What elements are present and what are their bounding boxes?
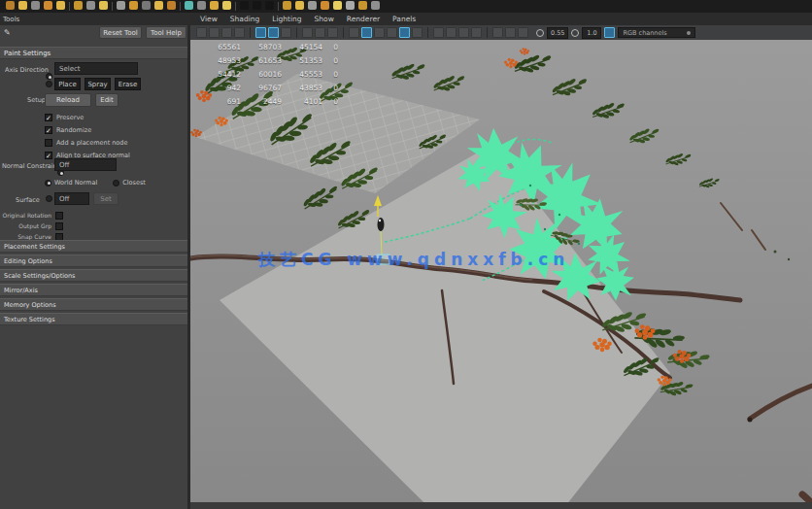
shelf-icon[interactable] (265, 1, 274, 10)
toolbar-icon[interactable] (349, 27, 359, 38)
viewport-canvas[interactable]: 技艺CG www.qdnxxfb.cn 65561587034515404895… (190, 40, 812, 509)
tool-help-button[interactable]: Tool Help (146, 26, 186, 39)
menu-shading[interactable]: Shading (230, 15, 259, 23)
shelf-icon[interactable] (253, 1, 261, 10)
radio-option[interactable]: Closest (113, 179, 146, 187)
shelf-icon[interactable] (6, 1, 15, 10)
reload-button[interactable]: Reload (45, 93, 91, 107)
shelf-icon[interactable] (197, 1, 206, 10)
shelf-icon[interactable] (56, 1, 65, 10)
checkbox[interactable] (55, 222, 63, 230)
mode-place-button[interactable]: Place (54, 78, 81, 90)
toolbar-icon[interactable] (471, 27, 482, 38)
surface-set-button[interactable]: Set (93, 192, 118, 205)
checkbox-row[interactable]: Original Rotation (3, 210, 63, 221)
toolbar-icon[interactable] (221, 27, 232, 38)
toolbar-icon[interactable] (399, 27, 410, 38)
shelf-icon[interactable] (74, 1, 83, 10)
shelf-icon[interactable] (142, 1, 151, 10)
toolbar-icon[interactable] (505, 27, 516, 38)
shelf-icon[interactable] (117, 1, 125, 10)
shelf-icon[interactable] (222, 1, 231, 10)
shelf-icon[interactable] (283, 1, 291, 10)
toolbar-icon[interactable] (327, 27, 338, 38)
section-memory-options[interactable]: Memory Options (0, 298, 187, 311)
toolbar-icon[interactable] (518, 27, 528, 38)
toolbar-icon[interactable] (315, 27, 325, 38)
menu-lighting[interactable]: Lighting (272, 15, 301, 23)
direction-field[interactable]: Select (54, 62, 138, 75)
radio-button[interactable] (45, 180, 51, 187)
toolbar-icon[interactable] (374, 27, 385, 38)
toolbar-icon[interactable] (302, 27, 313, 38)
direction-radio[interactable] (46, 73, 52, 80)
shelf-icon[interactable] (185, 1, 193, 10)
toolbar-icon[interactable] (446, 27, 457, 38)
shelf-icon[interactable] (86, 1, 95, 10)
toolbar-icon[interactable] (234, 27, 245, 38)
shelf-icon[interactable] (321, 1, 329, 10)
shelf-icon[interactable] (240, 1, 249, 10)
checkbox-row[interactable]: ✓Preserve (45, 111, 130, 123)
shelf-icon[interactable] (333, 1, 342, 10)
toolbar-icon[interactable] (268, 27, 279, 38)
menu-show[interactable]: Show (315, 15, 334, 23)
exposure-icon[interactable] (536, 29, 544, 37)
shelf-icon[interactable] (18, 1, 27, 10)
toolbar-icon[interactable] (433, 27, 444, 38)
surface-field[interactable]: Off (54, 192, 89, 205)
shelf-icon[interactable] (358, 1, 367, 10)
toolbar-icon[interactable] (361, 27, 372, 38)
shelf-icon[interactable] (167, 1, 176, 10)
toolbar-icon[interactable] (492, 27, 503, 38)
shelf-icon[interactable] (308, 1, 317, 10)
ground-plane[interactable] (220, 145, 670, 509)
section-editing-options[interactable]: Editing Options (0, 254, 187, 267)
asset-twigs[interactable] (721, 203, 790, 260)
radio-option[interactable]: World Normal (45, 179, 97, 187)
section-mirror-axis[interactable]: Mirror/Axis (0, 284, 187, 296)
panel-section-header[interactable]: Paint Settings (0, 47, 187, 59)
exposure-field[interactable]: 0.55 (547, 27, 568, 39)
toolbar-icon[interactable] (458, 27, 469, 38)
section-texture-settings[interactable]: Texture Settings (0, 313, 187, 325)
shelf-icon[interactable] (210, 1, 219, 10)
checkbox-row[interactable]: Output Grp (3, 221, 63, 231)
shelf-icon[interactable] (31, 1, 40, 10)
detached-branch[interactable] (748, 386, 812, 509)
section-placement-settings[interactable]: Placement Settings (0, 240, 187, 253)
menu-renderer[interactable]: Renderer (347, 15, 380, 23)
edit-button[interactable]: Edit (95, 93, 118, 107)
channel-toggle-icon[interactable] (604, 27, 615, 38)
normal-constraint-field[interactable]: Off (54, 158, 117, 171)
gamma-icon[interactable] (571, 29, 579, 37)
radio-button[interactable] (113, 180, 119, 187)
display-mode-dropdown[interactable]: RGB channels (618, 27, 695, 38)
shelf-icon[interactable] (371, 1, 380, 10)
checkbox[interactable]: ✓ (45, 152, 52, 159)
shelf-icon[interactable] (129, 1, 138, 10)
shelf-icon[interactable] (295, 1, 304, 10)
toolbar-icon[interactable] (412, 27, 423, 38)
section-scale-settings-options[interactable]: Scale Settings/Options (0, 269, 187, 282)
menu-view[interactable]: View (200, 15, 218, 23)
toolbar-icon[interactable] (209, 27, 220, 38)
checkbox[interactable] (45, 139, 52, 147)
mode-erase-button[interactable]: Erase (115, 78, 141, 90)
toolbar-icon[interactable] (387, 27, 397, 38)
checkbox-row[interactable]: ✓Randomize (45, 123, 130, 136)
checkbox[interactable]: ✓ (45, 114, 52, 121)
shelf-icon[interactable] (99, 1, 108, 10)
mode-spray-button[interactable]: Spray (85, 78, 111, 90)
toolbar-icon[interactable] (196, 27, 207, 38)
toolbar-icon[interactable] (281, 27, 291, 38)
checkbox[interactable]: ✓ (45, 126, 52, 134)
menu-panels[interactable]: Panels (392, 15, 416, 23)
checkbox[interactable] (55, 212, 63, 220)
surface-radio[interactable] (46, 195, 52, 202)
toolbar-icon[interactable] (255, 27, 266, 38)
gamma-field[interactable]: 1.0 (582, 27, 601, 39)
mode-radio[interactable] (46, 81, 52, 87)
checkbox-row[interactable]: Add a placement node (45, 136, 130, 149)
shelf-icon[interactable] (346, 1, 355, 10)
